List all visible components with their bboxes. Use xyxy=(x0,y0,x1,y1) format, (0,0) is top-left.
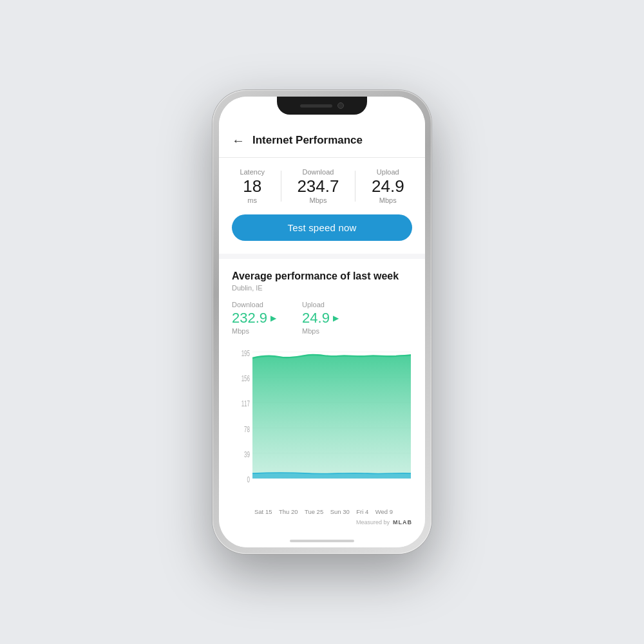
chart-upload-value-row: 24.9 ▶ xyxy=(302,310,339,327)
svg-text:156: 156 xyxy=(242,374,250,383)
measured-by-label: Measured by xyxy=(356,519,390,526)
chart-download-unit: Mbps xyxy=(232,327,276,335)
download-stat: Download 234.7 Mbps xyxy=(297,168,339,204)
chart-area: 195 156 117 78 39 0 xyxy=(232,344,412,506)
stats-row: Latency 18 ms Download 234.7 Mbps Uplo xyxy=(232,168,412,204)
svg-text:78: 78 xyxy=(244,424,250,433)
phone-device: ← Internet Performance Latency 18 ms Dow… xyxy=(213,90,431,554)
chart-svg: 195 156 117 78 39 0 xyxy=(232,344,412,506)
chart-title: Average performance of last week xyxy=(232,270,412,282)
x-label-tue25: Tue 25 xyxy=(305,508,323,515)
chart-upload-unit: Mbps xyxy=(302,327,339,335)
app-header: ← Internet Performance xyxy=(219,125,425,158)
svg-text:0: 0 xyxy=(247,475,251,484)
x-label-sat15: Sat 15 xyxy=(254,508,272,515)
chart-subtitle: Dublin, IE xyxy=(232,284,412,292)
chart-stats-row: Download 232.9 ▶ Mbps Upload 24.9 ▶ xyxy=(232,301,412,335)
phone-screen-container: ← Internet Performance Latency 18 ms Dow… xyxy=(219,97,425,547)
upload-label: Upload xyxy=(372,168,404,176)
upload-unit: Mbps xyxy=(372,196,404,204)
speaker xyxy=(300,104,332,108)
download-value: 234.7 xyxy=(297,177,339,196)
chart-upload-label: Upload xyxy=(302,301,339,308)
mlab-label: MLAB xyxy=(393,519,412,526)
svg-text:117: 117 xyxy=(242,399,250,408)
stats-section: Latency 18 ms Download 234.7 Mbps Uplo xyxy=(219,158,425,254)
x-label-thu20: Thu 20 xyxy=(279,508,298,515)
download-label: Download xyxy=(297,168,339,176)
home-bar xyxy=(290,540,354,542)
page-title: Internet Performance xyxy=(252,134,363,147)
chart-upload-value: 24.9 xyxy=(302,310,330,327)
chart-upload-arrow-icon: ▶ xyxy=(333,314,339,323)
screen: ← Internet Performance Latency 18 ms Dow… xyxy=(219,97,425,547)
upload-stat: Upload 24.9 Mbps xyxy=(372,168,404,204)
measured-by: Measured by MLAB xyxy=(232,515,412,527)
divider-1 xyxy=(281,171,281,202)
chart-section: Average performance of last week Dublin,… xyxy=(219,259,425,535)
back-arrow-icon[interactable]: ← xyxy=(232,134,245,147)
test-speed-button[interactable]: Test speed now xyxy=(232,214,412,241)
chart-download-value: 232.9 xyxy=(232,310,267,327)
x-label-wed9: Wed 9 xyxy=(375,508,393,515)
upload-value: 24.9 xyxy=(372,177,404,196)
notch xyxy=(277,97,367,115)
chart-download-value-row: 232.9 ▶ xyxy=(232,310,276,327)
download-unit: Mbps xyxy=(297,196,339,204)
x-label-fri4: Fri 4 xyxy=(356,508,368,515)
latency-label: Latency xyxy=(240,168,265,176)
divider-2 xyxy=(355,171,355,202)
svg-text:195: 195 xyxy=(242,348,250,357)
home-indicator xyxy=(219,535,425,547)
chart-download-arrow-icon: ▶ xyxy=(270,314,276,323)
latency-stat: Latency 18 ms xyxy=(240,168,265,204)
chart-download-label: Download xyxy=(232,301,276,308)
svg-text:39: 39 xyxy=(244,450,250,459)
app-content: ← Internet Performance Latency 18 ms Dow… xyxy=(219,125,425,547)
chart-upload-stat: Upload 24.9 ▶ Mbps xyxy=(302,301,339,335)
camera xyxy=(337,102,344,109)
x-axis-labels: Sat 15 Thu 20 Tue 25 Sun 30 Fri 4 Wed 9 xyxy=(232,508,412,515)
latency-value: 18 xyxy=(240,177,265,196)
download-area xyxy=(252,355,411,478)
chart-download-stat: Download 232.9 ▶ Mbps xyxy=(232,301,276,335)
x-label-sun30: Sun 30 xyxy=(330,508,350,515)
latency-unit: ms xyxy=(240,196,265,204)
